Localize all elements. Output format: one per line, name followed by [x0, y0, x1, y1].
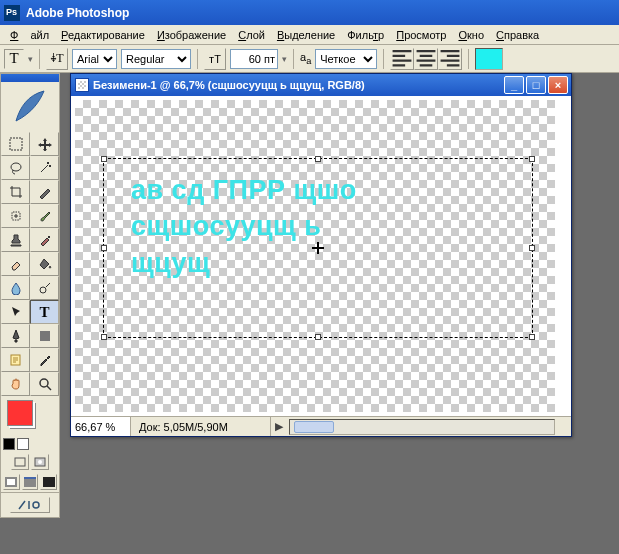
toolbox: T [0, 73, 60, 518]
workspace: T Безимени-1 @ [0, 73, 619, 554]
antialias-select[interactable]: Четкое [315, 49, 377, 69]
photoshop-logo-icon [1, 82, 59, 132]
crop-tool[interactable] [1, 180, 30, 204]
type-tool[interactable]: T [30, 300, 59, 324]
screen-full-menus-button[interactable] [22, 474, 39, 490]
align-center-button[interactable] [414, 48, 438, 70]
type-tool-preset[interactable]: T [4, 49, 24, 69]
dodge-tool[interactable] [30, 276, 59, 300]
app-titlebar: Adobe Photoshop [0, 0, 619, 25]
shape-tool[interactable] [30, 324, 59, 348]
doc-info[interactable]: Док: 5,05M/5,90M [131, 417, 271, 436]
quickmask-mode-button[interactable] [31, 454, 49, 470]
size-dropdown-icon[interactable]: ▾ [282, 54, 287, 64]
screen-standard-button[interactable] [3, 474, 20, 490]
history-brush-tool[interactable] [30, 228, 59, 252]
default-colors-icon[interactable] [3, 438, 15, 450]
svg-rect-11 [7, 479, 15, 485]
handle-se[interactable] [529, 334, 535, 340]
svg-rect-0 [10, 138, 22, 150]
statusbar-menu-icon[interactable]: ▶ [271, 420, 287, 433]
minimize-button[interactable]: _ [504, 76, 524, 94]
menu-select[interactable]: Выделение [271, 27, 341, 43]
aa-label: aa [300, 51, 311, 66]
menu-window[interactable]: Окно [452, 27, 490, 43]
marquee-tool[interactable] [1, 132, 30, 156]
lasso-tool[interactable] [1, 156, 30, 180]
app-title: Adobe Photoshop [26, 6, 129, 20]
horizontal-scrollbar[interactable] [289, 419, 555, 435]
menu-image[interactable]: Изображение [151, 27, 232, 43]
handle-s[interactable] [315, 334, 321, 340]
document-statusbar: 66,67 % Док: 5,05M/5,90M ▶ [71, 416, 571, 436]
menu-help[interactable]: Справка [490, 27, 545, 43]
menu-bar: ФФайлайл Редактирование Изображение Слой… [0, 25, 619, 45]
zoom-field[interactable]: 66,67 % [71, 417, 131, 436]
options-bar: T ▾ ⸸T Arial Regular тT ▾ aa Четкое [0, 45, 619, 73]
menu-layer[interactable]: Слой [232, 27, 271, 43]
notes-tool[interactable] [1, 348, 30, 372]
foreground-color-swatch[interactable] [7, 400, 33, 426]
font-size-input[interactable] [230, 49, 278, 69]
text-orientation-button[interactable]: ⸸T [46, 48, 68, 70]
svg-rect-14 [43, 477, 55, 487]
eraser-tool[interactable] [1, 252, 30, 276]
canvas[interactable]: ав сд ГПРР щшо сщшосууцщ ь щцущ [71, 96, 571, 416]
pen-tool[interactable] [1, 324, 30, 348]
dropdown-arrow-icon[interactable]: ▾ [28, 54, 33, 64]
menu-edit[interactable]: Редактирование [55, 27, 151, 43]
scrollbar-thumb[interactable] [294, 421, 334, 433]
text-color-swatch[interactable] [475, 48, 503, 70]
handle-w[interactable] [101, 245, 107, 251]
hand-tool[interactable] [1, 372, 30, 396]
app-icon [4, 5, 20, 21]
text-layer-content[interactable]: ав сд ГПРР щшо сщшосууцщ ь щцущ [131, 172, 357, 281]
maximize-button[interactable]: □ [526, 76, 546, 94]
toolbox-header[interactable] [1, 74, 59, 82]
screen-full-button[interactable] [40, 474, 57, 490]
brush-tool[interactable] [30, 204, 59, 228]
eyedropper-tool[interactable] [30, 348, 59, 372]
align-left-button[interactable] [390, 48, 414, 70]
svg-point-9 [38, 460, 42, 464]
menu-view[interactable]: Просмотр [390, 27, 452, 43]
blur-tool[interactable] [1, 276, 30, 300]
bucket-tool[interactable] [30, 252, 59, 276]
document-title: Безимени-1 @ 66,7% (сщшосууцщ ь щцущ, RG… [93, 79, 365, 91]
svg-rect-13 [24, 477, 36, 479]
handle-n[interactable] [315, 156, 321, 162]
handle-nw[interactable] [101, 156, 107, 162]
document-titlebar[interactable]: Безимени-1 @ 66,7% (сщшосууцщ ь щцущ, RG… [71, 74, 571, 96]
slice-tool[interactable] [30, 180, 59, 204]
svg-point-3 [40, 287, 46, 293]
stamp-tool[interactable] [1, 228, 30, 252]
handle-ne[interactable] [529, 156, 535, 162]
font-style-select[interactable]: Regular [121, 49, 191, 69]
swap-colors-icon[interactable] [17, 438, 29, 450]
handle-e[interactable] [529, 245, 535, 251]
wand-tool[interactable] [30, 156, 59, 180]
standard-mode-button[interactable] [11, 454, 29, 470]
svg-point-6 [40, 379, 48, 387]
move-tool[interactable] [30, 132, 59, 156]
font-family-select[interactable]: Arial [72, 49, 117, 69]
svg-rect-4 [40, 331, 50, 341]
imageready-button[interactable] [10, 497, 50, 513]
heal-tool[interactable] [1, 204, 30, 228]
font-size-icon: тT [204, 48, 226, 70]
align-right-button[interactable] [438, 48, 462, 70]
path-select-tool[interactable] [1, 300, 30, 324]
zoom-tool[interactable] [30, 372, 59, 396]
close-button[interactable]: × [548, 76, 568, 94]
menu-filter[interactable]: Фильтр [341, 27, 390, 43]
menu-file[interactable]: ФФайлайл [4, 27, 55, 43]
document-icon [75, 78, 89, 92]
handle-sw[interactable] [101, 334, 107, 340]
document-window: Безимени-1 @ 66,7% (сщшосууцщ ь щцущ, RG… [70, 73, 572, 437]
svg-rect-7 [15, 458, 25, 466]
svg-point-1 [11, 163, 21, 171]
